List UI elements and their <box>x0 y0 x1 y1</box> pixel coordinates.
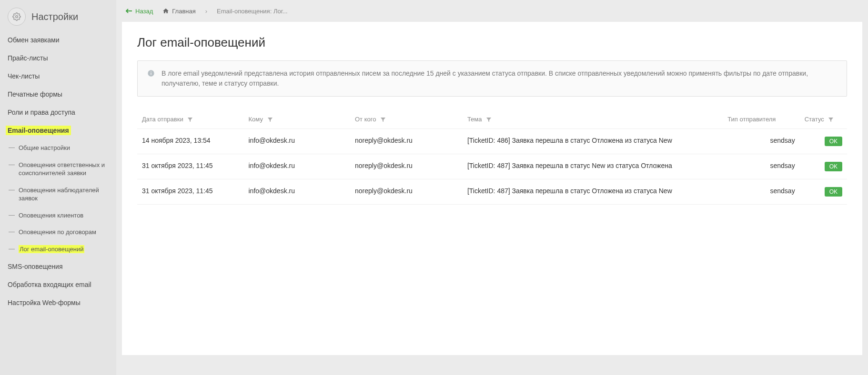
col-header-date[interactable]: Дата отправки <box>137 110 244 129</box>
back-button[interactable]: Назад <box>126 8 153 15</box>
table-row[interactable]: 31 октября 2023, 11:45 info@okdesk.ru no… <box>137 154 847 179</box>
col-header-sender: Тип отправителя <box>723 110 799 129</box>
sidebar-item-label: Лог email-оповещений <box>19 245 84 254</box>
cell-from: noreply@okdesk.ru <box>350 129 463 154</box>
dash-icon: — <box>9 186 15 193</box>
cell-date: 14 ноября 2023, 13:54 <box>137 129 244 154</box>
filter-icon[interactable] <box>828 118 833 122</box>
cell-to: info@okdesk.ru <box>244 154 351 179</box>
breadcrumb: Назад Главная › Email-оповещения: Лог... <box>116 0 868 22</box>
dash-icon: — <box>9 228 15 235</box>
sidebar-item-exchange[interactable]: Обмен заявками <box>0 34 116 49</box>
svg-rect-2 <box>151 73 151 75</box>
col-header-label: Кому <box>249 116 263 123</box>
sidebar-item-email-notifications[interactable]: Email-оповещения <box>0 121 116 139</box>
cell-status: OK <box>800 179 847 205</box>
sidebar-item-label: Обмен заявками <box>8 36 60 44</box>
cell-from: noreply@okdesk.ru <box>350 179 463 205</box>
filter-icon[interactable] <box>381 118 385 122</box>
sidebar-item-roles[interactable]: Роли и права доступа <box>0 103 116 121</box>
col-header-from[interactable]: От кого <box>350 110 463 129</box>
sidebar-header: Настройки <box>0 0 116 34</box>
col-header-status[interactable]: Статус <box>800 110 847 129</box>
dash-icon: — <box>9 211 15 218</box>
sidebar-item-label: Обработка входящих email <box>8 281 91 288</box>
sidebar-item-label: SMS-оповещения <box>8 263 63 270</box>
cell-sender: sendsay <box>723 179 799 205</box>
col-header-label: От кого <box>355 116 376 123</box>
sidebar-item-label: Печатные формы <box>8 90 62 98</box>
filter-icon[interactable] <box>268 118 273 122</box>
info-banner: В логе email уведомлений представлена ис… <box>137 60 847 97</box>
breadcrumb-home-label: Главная <box>172 8 195 15</box>
home-icon <box>162 8 169 14</box>
sidebar-item-label: Настройка Web-формы <box>8 299 81 306</box>
sidebar-item-label: Оповещения ответственных и соисполнителе… <box>19 161 109 178</box>
col-header-to[interactable]: Кому <box>244 110 351 129</box>
cell-date: 31 октября 2023, 11:45 <box>137 179 244 205</box>
status-badge: OK <box>825 162 842 171</box>
dash-icon: — <box>9 161 15 168</box>
sidebar-item-printforms[interactable]: Печатные формы <box>0 85 116 103</box>
sidebar-sub-general[interactable]: —Общие настройки <box>0 139 116 157</box>
col-header-label: Тип отправителя <box>727 116 776 123</box>
sidebar-item-label: Чек-листы <box>8 72 40 80</box>
sidebar-sub-responsible[interactable]: —Оповещения ответственных и соисполнител… <box>0 157 116 182</box>
col-header-label: Статус <box>805 116 824 123</box>
cell-to: info@okdesk.ru <box>244 129 351 154</box>
sidebar-sub-emaillog[interactable]: —Лог email-оповещений <box>0 241 116 258</box>
col-header-label: Дата отправки <box>142 116 183 123</box>
sidebar-sub-contracts[interactable]: —Оповещения по договорам <box>0 224 116 241</box>
svg-point-0 <box>16 16 18 18</box>
sidebar-item-label: Оповещения по договорам <box>19 228 96 237</box>
cell-sender: sendsay <box>723 129 799 154</box>
sidebar-item-sms[interactable]: SMS-оповещения <box>0 257 116 276</box>
cell-subject: [TicketID: 486] Заявка перешла в статус … <box>463 129 723 154</box>
breadcrumb-current: Email-оповещения: Лог... <box>217 8 288 15</box>
settings-sidebar: Настройки Обмен заявками Прайс-листы Чек… <box>0 0 116 375</box>
gear-icon <box>8 8 26 26</box>
info-icon <box>147 69 155 89</box>
sidebar-sub-watchers[interactable]: —Оповещения наблюдателей заявок <box>0 182 116 207</box>
sidebar-item-incoming-email[interactable]: Обработка входящих email <box>0 276 116 294</box>
dash-icon: — <box>9 144 15 151</box>
sidebar-title: Настройки <box>31 11 78 22</box>
sidebar-sub-clients[interactable]: —Оповещения клиентов <box>0 207 116 224</box>
breadcrumb-home[interactable]: Главная <box>162 8 195 15</box>
arrow-left-icon <box>126 9 132 13</box>
cell-date: 31 октября 2023, 11:45 <box>137 154 244 179</box>
sidebar-item-checklists[interactable]: Чек-листы <box>0 67 116 85</box>
cell-status: OK <box>800 154 847 179</box>
col-header-subject[interactable]: Тема <box>463 110 723 129</box>
cell-status: OK <box>800 129 847 154</box>
content-card: Лог email-оповещений В логе email уведом… <box>122 22 862 355</box>
sidebar-item-label: Оповещения клиентов <box>19 211 83 220</box>
svg-rect-3 <box>151 71 151 72</box>
cell-sender: sendsay <box>723 154 799 179</box>
sidebar-item-pricelists[interactable]: Прайс-листы <box>0 49 116 67</box>
cell-subject: [TicketID: 487] Заявка перешла в статус … <box>463 154 723 179</box>
filter-icon[interactable] <box>188 118 192 122</box>
table-row[interactable]: 14 ноября 2023, 13:54 info@okdesk.ru nor… <box>137 129 847 154</box>
sidebar-item-label: Общие настройки <box>19 144 70 152</box>
sidebar-item-label: Оповещения наблюдателей заявок <box>19 186 109 203</box>
sidebar-item-label: Прайс-листы <box>8 54 48 62</box>
main-content: Назад Главная › Email-оповещения: Лог...… <box>116 0 868 375</box>
sidebar-item-label: Email-оповещения <box>6 126 71 135</box>
table-row[interactable]: 31 октября 2023, 11:45 info@okdesk.ru no… <box>137 179 847 205</box>
info-text: В логе email уведомлений представлена ис… <box>161 69 837 89</box>
status-badge: OK <box>825 137 842 146</box>
cell-to: info@okdesk.ru <box>244 179 351 205</box>
cell-subject: [TicketID: 487] Заявка перешла в статус … <box>463 179 723 205</box>
filter-icon[interactable] <box>486 118 491 122</box>
back-label: Назад <box>135 8 153 15</box>
email-log-table: Дата отправки Кому От кого Тема <box>137 110 847 205</box>
status-badge: OK <box>825 187 842 197</box>
page-title: Лог email-оповещений <box>137 35 847 50</box>
sidebar-item-label: Роли и права доступа <box>8 109 75 116</box>
col-header-label: Тема <box>467 116 482 123</box>
breadcrumb-separator: › <box>205 8 207 15</box>
sidebar-item-webform[interactable]: Настройка Web-формы <box>0 294 116 312</box>
cell-from: noreply@okdesk.ru <box>350 154 463 179</box>
dash-icon: — <box>9 245 15 252</box>
